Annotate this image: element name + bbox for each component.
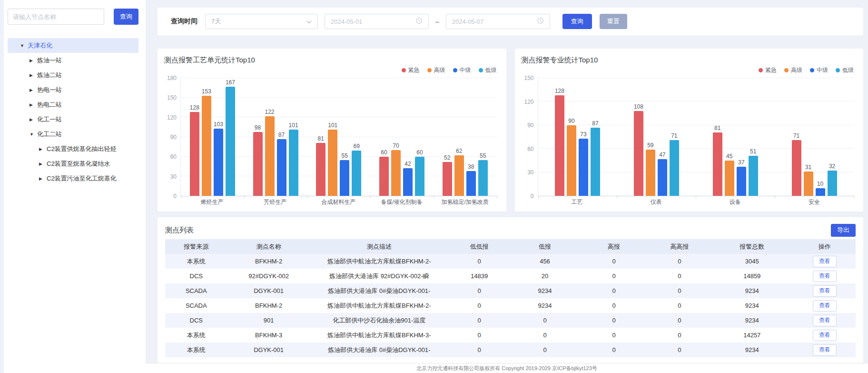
bar-wrap: 128 bbox=[555, 78, 564, 196]
node-search-button[interactable]: 查询 bbox=[114, 9, 138, 25]
x-axis-category-label: 仪表 bbox=[617, 198, 696, 206]
legend-item-紧急[interactable]: 紧急 bbox=[759, 66, 777, 74]
tree-node[interactable]: ▶C2装置污油至化工烷基化 bbox=[8, 171, 138, 186]
legend-item-中级[interactable]: 中级 bbox=[453, 66, 471, 74]
bar-紧急[interactable] bbox=[634, 111, 643, 196]
reset-button[interactable]: 重置 bbox=[600, 14, 627, 29]
bar-紧急[interactable] bbox=[555, 95, 564, 196]
tree-node[interactable]: ▶C2装置至烷基化凝结水 bbox=[8, 156, 138, 171]
bar-低级[interactable] bbox=[226, 87, 235, 196]
bar-紧急[interactable] bbox=[190, 112, 199, 196]
bar-中级[interactable] bbox=[579, 139, 588, 196]
table-row: SCADADGYK-001炼油部供大港油库 0#柴油DGYK-001-09234… bbox=[165, 283, 856, 298]
bar-中级[interactable] bbox=[214, 129, 223, 196]
bar-中级[interactable] bbox=[737, 167, 746, 196]
bar-高级[interactable] bbox=[454, 155, 464, 196]
bar-低级[interactable] bbox=[828, 171, 837, 196]
x-axis-tick bbox=[775, 196, 775, 198]
legend-item-紧急[interactable]: 紧急 bbox=[402, 66, 420, 74]
tree-node[interactable]: ▼化工二站 bbox=[8, 127, 138, 141]
bar-value-label: 59 bbox=[647, 142, 653, 149]
legend-item-高级[interactable]: 高级 bbox=[784, 66, 802, 74]
expand-icon[interactable]: ▶ bbox=[30, 88, 37, 92]
bar-中级[interactable] bbox=[277, 139, 286, 196]
bar-紧急[interactable] bbox=[379, 157, 389, 196]
tree-node[interactable]: ▼天津石化 bbox=[8, 38, 138, 53]
bar-group-安全: 71311032 bbox=[775, 78, 854, 196]
tree-node-label: 天津石化 bbox=[28, 41, 52, 50]
bar-中级[interactable] bbox=[466, 171, 476, 196]
bar-高级[interactable] bbox=[725, 161, 734, 196]
time-range-select[interactable]: 7天 bbox=[205, 14, 318, 29]
bar-紧急[interactable] bbox=[253, 132, 263, 196]
bar-低级[interactable] bbox=[478, 160, 488, 196]
bar-高级[interactable] bbox=[328, 130, 337, 196]
y-axis-tick-label: 180 bbox=[167, 75, 177, 81]
bar-低级[interactable] bbox=[591, 128, 600, 196]
tree-node[interactable]: ▶化工一站 bbox=[8, 112, 138, 127]
bar-低级[interactable] bbox=[749, 156, 758, 196]
collapse-icon[interactable]: ▼ bbox=[30, 132, 37, 137]
bar-高级[interactable] bbox=[804, 171, 813, 196]
bar-低级[interactable] bbox=[352, 151, 361, 196]
legend-item-中级[interactable]: 中级 bbox=[810, 66, 828, 74]
expand-icon[interactable]: ▶ bbox=[30, 73, 37, 78]
table-cell: 0 bbox=[448, 313, 511, 328]
view-button[interactable]: 查看 bbox=[813, 300, 837, 312]
bar-wrap: 122 bbox=[265, 78, 275, 196]
bar-低级[interactable] bbox=[289, 130, 298, 196]
expand-icon[interactable]: ▶ bbox=[39, 161, 47, 166]
legend-item-低级[interactable]: 低级 bbox=[836, 66, 854, 74]
expand-icon[interactable]: ▶ bbox=[30, 58, 37, 63]
bar-中级[interactable] bbox=[658, 159, 667, 196]
collapse-icon[interactable]: ▼ bbox=[20, 43, 28, 48]
tree-node[interactable]: ▶热电二站 bbox=[8, 97, 138, 112]
table-cell: 炼油部供中航油北方库航煤BFKHM-2- bbox=[310, 298, 448, 313]
export-button[interactable]: 导出 bbox=[831, 224, 856, 237]
tree-node[interactable]: ▶炼油一站 bbox=[8, 53, 138, 68]
bar-紧急[interactable] bbox=[713, 132, 722, 196]
bar-高级[interactable] bbox=[646, 150, 655, 196]
bar-group-设备: 81453751 bbox=[696, 78, 775, 196]
bar-中级[interactable] bbox=[816, 188, 825, 196]
bar-高级[interactable] bbox=[202, 96, 211, 196]
view-button[interactable]: 查看 bbox=[813, 330, 837, 341]
expand-icon[interactable]: ▶ bbox=[30, 117, 37, 122]
node-search-input[interactable] bbox=[8, 9, 104, 25]
bar-紧急[interactable] bbox=[316, 143, 326, 196]
bar-value-label: 71 bbox=[793, 132, 799, 139]
bar-wrap: 108 bbox=[634, 78, 643, 196]
bar-中级[interactable] bbox=[340, 160, 349, 196]
bar-高级[interactable] bbox=[391, 150, 401, 196]
start-date-input[interactable]: 2024-05-01 bbox=[325, 14, 429, 29]
tree-node[interactable]: ▶炼油二站 bbox=[8, 68, 138, 82]
table-cell: 炼油部供大港油库 92#DGYK-002-瞬 bbox=[310, 269, 448, 283]
expand-icon[interactable]: ▶ bbox=[39, 176, 47, 181]
tree-node[interactable]: ▶热电一站 bbox=[8, 82, 138, 97]
table-cell: 0 bbox=[448, 254, 511, 269]
tree-node[interactable]: ▶C2装置供烷基化抽出轻烃 bbox=[8, 141, 138, 156]
expand-icon[interactable]: ▶ bbox=[30, 102, 37, 107]
tree-node-label: C2装置供烷基化抽出轻烃 bbox=[47, 145, 117, 153]
plot: 1281531031679812287101811015569607042605… bbox=[180, 78, 497, 196]
view-button[interactable]: 查看 bbox=[813, 344, 837, 356]
bar-低级[interactable] bbox=[415, 157, 424, 196]
expand-icon[interactable]: ▶ bbox=[39, 147, 47, 151]
table-cell: 0 bbox=[448, 298, 511, 313]
bar-紧急[interactable] bbox=[792, 140, 801, 196]
view-button[interactable]: 查看 bbox=[813, 285, 837, 297]
end-date-input[interactable]: 2024-05-07 bbox=[446, 14, 550, 29]
bar-低级[interactable] bbox=[670, 140, 679, 196]
view-button[interactable]: 查看 bbox=[813, 271, 837, 282]
bar-高级[interactable] bbox=[265, 116, 275, 196]
query-button[interactable]: 查询 bbox=[562, 14, 592, 29]
bar-紧急[interactable] bbox=[443, 162, 452, 196]
bar-中级[interactable] bbox=[403, 168, 413, 196]
bar-高级[interactable] bbox=[567, 125, 576, 196]
legend-item-高级[interactable]: 高级 bbox=[427, 66, 445, 74]
bar-group-加氢稳定/加氢改质: 52623855 bbox=[434, 78, 497, 196]
view-button[interactable]: 查看 bbox=[813, 315, 837, 326]
legend-item-低级[interactable]: 低级 bbox=[479, 66, 497, 74]
view-button[interactable]: 查看 bbox=[813, 256, 837, 267]
x-axis-tick bbox=[181, 196, 181, 198]
